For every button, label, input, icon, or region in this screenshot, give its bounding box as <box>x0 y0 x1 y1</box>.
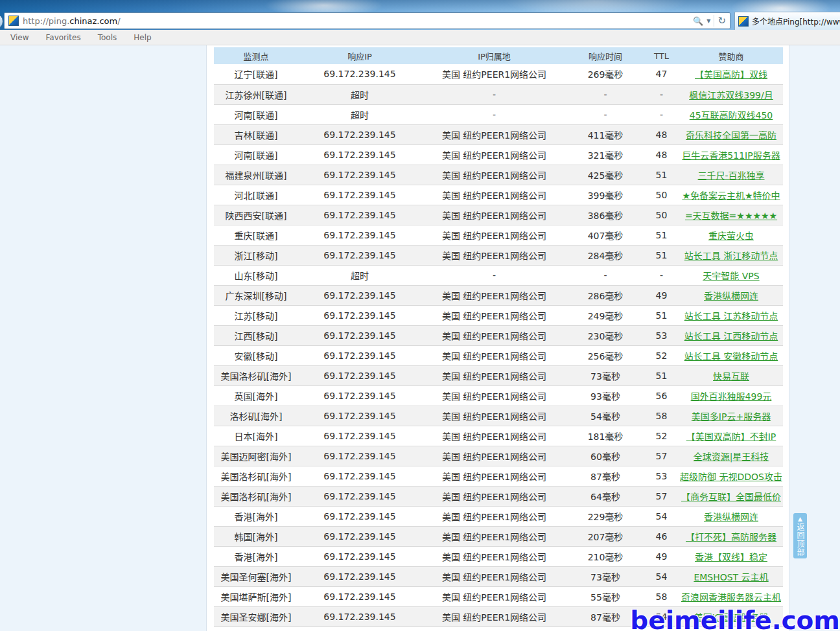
cell-ttl: 51 <box>644 305 679 325</box>
cell-monitor-point: 日本[海外] <box>214 426 298 446</box>
cell-ttl: 54 <box>644 566 679 586</box>
sponsor-link[interactable]: EMSHOST 云主机 <box>694 572 768 582</box>
cell-ip-location: 美国 纽约PEER1网络公司 <box>421 325 567 345</box>
sponsor-link[interactable]: 【商务互联】全国最低价 <box>681 492 781 502</box>
cell-sponsor: 香港【双线】稳定 <box>679 546 783 566</box>
cell-monitor-point: 美国洛杉矶[海外] <box>214 365 298 385</box>
cell-timeout: 超时 <box>298 265 421 285</box>
sponsor-link[interactable]: 站长工具 江西移动节点 <box>684 331 778 341</box>
sponsor-link[interactable]: 超级防御 无视DDOS攻击 <box>680 472 782 482</box>
table-row: 日本[海外]69.172.239.145美国 纽约PEER1网络公司181毫秒5… <box>214 426 783 446</box>
cell-ip-location: 美国 纽约PEER1网络公司 <box>421 185 567 205</box>
column-header-3: 响应时间 <box>567 47 644 64</box>
search-icon[interactable]: 🔍 <box>693 16 703 26</box>
cell-ttl: 49 <box>644 285 679 305</box>
sponsor-link[interactable]: 45互联高防双线450 <box>690 110 773 120</box>
cell-ip-location: 美国 纽约PEER1网络公司 <box>421 446 567 466</box>
menu-tools[interactable]: Tools <box>98 33 117 42</box>
sponsor-link[interactable]: 天宇智能 VPS <box>703 271 759 281</box>
url-text[interactable]: http://ping.chinaz.com/ <box>23 16 689 26</box>
cell-sponsor: 枫信江苏双线399/月 <box>679 84 783 104</box>
cell-monitor-point: 英国[海外] <box>214 385 298 406</box>
sponsor-link[interactable]: 【打不死】高防服务器 <box>686 532 776 542</box>
sponsor-link[interactable]: 香港纵横网连 <box>704 291 758 301</box>
cell-monitor-point: 安徽[移动] <box>214 345 298 365</box>
cell-response-ip: 69.172.239.145 <box>298 345 421 365</box>
sponsor-link[interactable]: 重庆萤火虫 <box>708 231 754 241</box>
table-row: 河南[联通]超时---45互联高防双线450 <box>214 104 783 124</box>
cell-sponsor: 重庆萤火虫 <box>679 225 783 245</box>
cell-sponsor: ★免备案云主机★特价中 <box>679 185 783 205</box>
sponsor-link[interactable]: 国外百兆独服499元 <box>691 391 772 402</box>
cell-sponsor: 香港纵横网连 <box>679 506 783 526</box>
cell-response-time: 399毫秒 <box>567 185 644 205</box>
cell-sponsor: 站长工具 安徽移动节点 <box>679 345 783 365</box>
cell-sponsor: 超级防御 无视DDOS攻击 <box>679 466 783 486</box>
cell-response-ip: 69.172.239.145 <box>298 426 421 446</box>
cell-monitor-point: 广东深圳[移动] <box>214 285 298 305</box>
refresh-icon[interactable]: ↻ <box>718 15 726 27</box>
table-row: 美国洛杉矶[海外]69.172.239.145美国 纽约PEER1网络公司73毫… <box>214 365 783 385</box>
sponsor-link[interactable]: 奇浪网香港服务器云主机 <box>681 592 781 602</box>
table-row: 广东深圳[移动]69.172.239.145美国 纽约PEER1网络公司286毫… <box>214 285 783 305</box>
cell-ip-location: 美国 纽约PEER1网络公司 <box>421 606 567 626</box>
browser-tab[interactable]: 多个地点Ping[http://www. <box>734 12 840 30</box>
cell-ttl: 52 <box>644 345 679 365</box>
cell-response-ip: 69.172.239.145 <box>298 285 421 305</box>
cell-response-ip: 69.172.239.145 <box>298 385 421 406</box>
cell-ip-location: - <box>421 84 567 104</box>
cell-ip-location: 美国 纽约PEER1网络公司 <box>421 466 567 486</box>
sponsor-link[interactable]: 全球资源|星王科技 <box>694 452 769 462</box>
sponsor-link[interactable]: 快易互联 <box>713 371 749 382</box>
cell-monitor-point: 江苏[移动] <box>214 305 298 325</box>
cell-ttl: 47 <box>644 64 679 84</box>
cell-monitor-point: 美国洛杉矶[海外] <box>214 466 298 486</box>
sponsor-link[interactable]: 美国多IP云+服务器 <box>692 411 771 422</box>
cell-ttl: 46 <box>644 526 679 546</box>
table-row: 浙江[移动]69.172.239.145美国 纽约PEER1网络公司284毫秒5… <box>214 245 783 265</box>
cell-ttl: 51 <box>644 165 679 185</box>
column-header-5: 赞助商 <box>679 47 783 64</box>
sponsor-link[interactable]: 站长工具 浙江移动节点 <box>684 251 778 261</box>
cell-ttl: 53 <box>644 466 679 486</box>
sponsor-link[interactable]: 三千尺-百兆独享 <box>697 170 764 181</box>
cell-response-time: 321毫秒 <box>567 144 644 165</box>
sponsor-link[interactable]: 香港【双线】稳定 <box>695 552 767 562</box>
cell-ttl: 54 <box>644 506 679 526</box>
sponsor-link[interactable]: 香港纵横网连 <box>704 512 758 522</box>
sponsor-link[interactable]: 【美国高防】双线 <box>695 69 767 80</box>
table-row: 香港[海外]69.172.239.145美国 纽约PEER1网络公司229毫秒5… <box>214 506 783 526</box>
cell-response-time: 181毫秒 <box>567 426 644 446</box>
sponsor-link[interactable]: 站长工具 江苏移动节点 <box>684 311 778 321</box>
cell-response-time: - <box>567 84 644 104</box>
cell-ttl: 48 <box>644 144 679 165</box>
cell-sponsor: 站长工具 浙江移动节点 <box>679 245 783 265</box>
sponsor-link[interactable]: 枫信江苏双线399/月 <box>689 90 773 100</box>
table-row: 英国[海外]69.172.239.145美国 纽约PEER1网络公司93毫秒56… <box>214 385 783 406</box>
menu-view[interactable]: View <box>10 33 29 42</box>
sponsor-link[interactable]: 【美国双高防】不封IP <box>686 431 776 442</box>
menu-favorites[interactable]: Favorites <box>45 33 80 42</box>
cell-response-time: 64毫秒 <box>567 486 644 506</box>
cell-ip-location: 美国 纽约PEER1网络公司 <box>421 124 567 144</box>
search-dropdown-caret-icon[interactable]: ▼ <box>706 18 710 24</box>
table-row: 美国堪萨斯[海外]69.172.239.145美国 纽约PEER1网络公司55毫… <box>214 586 783 606</box>
cell-sponsor: 巨牛云香港511IP服务器 <box>679 144 783 165</box>
sponsor-link[interactable]: 站长工具 安徽移动节点 <box>684 351 778 361</box>
cell-ttl: 57 <box>644 446 679 466</box>
sponsor-link[interactable]: ★免备案云主机★特价中 <box>682 190 780 201</box>
table-row: 山东[移动]超时---天宇智能 VPS <box>214 265 783 285</box>
sponsor-link[interactable]: 奇乐科技全国第一高防 <box>686 130 776 141</box>
back-to-top-button[interactable]: ▲ 返回顶部 <box>793 513 807 558</box>
sponsor-link[interactable]: 巨牛云香港511IP服务器 <box>682 150 780 161</box>
cell-monitor-point: 重庆[联通] <box>214 225 298 245</box>
cell-sponsor: 国外百兆独服499元 <box>679 385 783 406</box>
cell-ttl: 56 <box>644 385 679 406</box>
cell-monitor-point: 河南[联通] <box>214 104 298 124</box>
menu-help[interactable]: Help <box>134 33 151 42</box>
sponsor-link[interactable]: =天互数据=★★★★★ <box>685 211 777 221</box>
cell-timeout: 超时 <box>298 104 421 124</box>
cell-ttl: 52 <box>644 426 679 446</box>
address-bar[interactable]: http://ping.chinaz.com/ 🔍 ▼ ↻ <box>4 12 730 29</box>
cell-response-time: 249毫秒 <box>567 305 644 325</box>
